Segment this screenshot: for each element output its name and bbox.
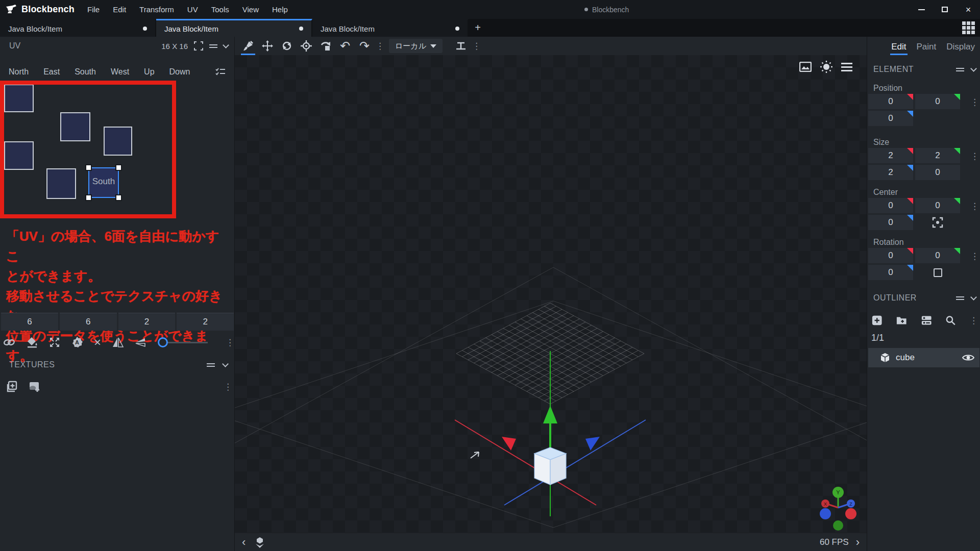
tab-paint[interactable]: Paint	[916, 40, 938, 54]
sun-icon[interactable]	[820, 60, 833, 73]
face-tab-down[interactable]: Down	[169, 67, 190, 77]
uv-opacity-slider[interactable]	[158, 337, 208, 347]
frame-select-icon[interactable]	[194, 41, 203, 51]
panel-collapse-icon[interactable]	[223, 42, 229, 48]
project-tab-2-active[interactable]: Java Block/Item	[156, 19, 312, 37]
flip-horizontal-icon[interactable]	[135, 337, 147, 348]
next-icon[interactable]: ›	[856, 536, 860, 549]
rotation-overflow-icon[interactable]: ⋮	[970, 251, 977, 262]
uv-canvas-size[interactable]: 16 X 16	[161, 42, 188, 51]
size-x-field[interactable]: 2	[868, 148, 913, 163]
outliner-options-icon[interactable]	[956, 296, 964, 300]
cube-mesh[interactable]	[534, 447, 566, 485]
prev-icon[interactable]: ‹	[242, 536, 246, 549]
menu-tools[interactable]: Tools	[206, 3, 235, 16]
center-overflow-icon[interactable]: ⋮	[970, 201, 977, 212]
element-collapse-icon[interactable]	[970, 65, 977, 72]
viewport-menu-icon[interactable]	[841, 63, 852, 71]
rescale-checkbox[interactable]	[915, 265, 960, 280]
face-tab-west[interactable]: West	[111, 67, 129, 77]
element-options-icon[interactable]	[956, 68, 964, 71]
transform-space-dropdown[interactable]: ローカル	[389, 39, 443, 53]
size-y-field[interactable]: 2	[915, 148, 960, 163]
uv-toolbar-overflow-icon[interactable]: ⋮	[226, 337, 233, 348]
add-folder-icon[interactable]	[896, 315, 907, 325]
center-y-field[interactable]: 0	[915, 198, 960, 213]
position-y-field[interactable]: 0	[915, 94, 960, 109]
search-icon[interactable]	[945, 315, 956, 326]
rotate-selection-tool-button[interactable]	[317, 38, 334, 54]
center-focus-button[interactable]	[915, 215, 960, 230]
menu-transform[interactable]: Transform	[134, 3, 180, 16]
outliner-item-cube[interactable]: cube	[868, 348, 979, 367]
menu-edit[interactable]: Edit	[107, 3, 132, 16]
face-tab-south[interactable]: South	[75, 67, 96, 77]
project-tab-3[interactable]: Java Block/Item	[312, 19, 469, 37]
slider-knob[interactable]	[158, 337, 168, 347]
center-x-field[interactable]: 0	[868, 198, 913, 213]
add-cube-icon[interactable]	[871, 314, 883, 327]
nav-y-negative[interactable]	[833, 520, 843, 531]
menu-uv[interactable]: UV	[182, 3, 204, 16]
position-overflow-icon[interactable]: ⋮	[970, 97, 977, 108]
expand-icon[interactable]	[49, 337, 60, 348]
app-grid-icon[interactable]	[962, 21, 975, 34]
face-tab-north[interactable]: North	[9, 67, 29, 77]
close-button[interactable]: ×	[957, 0, 980, 19]
flip-vertical-icon[interactable]	[112, 337, 124, 348]
tab-display[interactable]: Display	[945, 40, 976, 54]
nav-gizmo[interactable]: Y X Z	[815, 485, 862, 532]
mirror-painting-button[interactable]	[453, 38, 469, 54]
image-icon[interactable]	[799, 62, 812, 72]
y-gizmo-arrow[interactable]	[543, 406, 557, 423]
face-tab-up[interactable]: Up	[144, 67, 154, 77]
auto-uv-icon[interactable]: A	[71, 336, 83, 348]
size-z-field[interactable]: 2	[868, 165, 913, 180]
rotation-x-field[interactable]: 0	[868, 248, 913, 263]
maximize-button[interactable]	[933, 0, 957, 19]
uv-input-width[interactable]: 2	[118, 313, 176, 331]
rotation-z-field[interactable]: 0	[868, 265, 913, 280]
checklist-icon[interactable]	[215, 67, 226, 77]
uv-canvas[interactable]: South	[0, 81, 176, 218]
pivot-tool-button[interactable]	[298, 38, 314, 54]
minimize-button[interactable]	[910, 0, 933, 19]
size-extra-field[interactable]: 0	[915, 165, 960, 180]
undo-button[interactable]: ↶	[337, 38, 353, 54]
tab-edit[interactable]: Edit	[890, 40, 907, 54]
nav-z-negative[interactable]	[820, 508, 831, 519]
menu-help[interactable]: Help	[266, 3, 293, 16]
textures-options-icon[interactable]	[207, 363, 215, 367]
project-tab-1[interactable]: Java Block/Item	[0, 19, 156, 37]
eye-icon[interactable]	[962, 353, 974, 362]
close-icon[interactable]: ×	[94, 335, 101, 349]
size-overflow-icon[interactable]: ⋮	[970, 151, 977, 162]
outliner-collapse-icon[interactable]	[970, 294, 977, 300]
position-x-field[interactable]: 0	[868, 94, 913, 109]
textures-collapse-icon[interactable]	[222, 361, 229, 367]
import-image-icon[interactable]	[29, 381, 41, 392]
slider-track[interactable]	[168, 342, 208, 343]
viewport-3d[interactable]: Y X Z	[235, 55, 867, 533]
face-tab-east[interactable]: East	[43, 67, 60, 77]
redo-button[interactable]: ↷	[356, 38, 373, 54]
uv-input-y[interactable]: 6	[60, 313, 117, 331]
position-z-field[interactable]: 0	[868, 111, 913, 126]
new-tab-button[interactable]: +	[469, 19, 487, 37]
menu-file[interactable]: File	[82, 3, 105, 16]
panel-options-icon[interactable]	[209, 44, 217, 48]
outliner-overflow-icon[interactable]: ⋮	[969, 315, 976, 326]
rotation-y-field[interactable]: 0	[915, 248, 960, 263]
rotate-tool-button[interactable]	[279, 38, 295, 54]
x-gizmo-cone[interactable]	[502, 437, 516, 450]
move-tool-button[interactable]	[259, 38, 276, 54]
uv-input-x[interactable]: 6	[1, 313, 58, 331]
fill-bucket-icon[interactable]	[26, 336, 38, 348]
toolbar-overflow-icon-2[interactable]: ⋮	[472, 41, 479, 52]
uv-input-height[interactable]: 2	[177, 313, 234, 331]
link-icon[interactable]	[3, 337, 15, 348]
layers-cube-icon[interactable]	[254, 536, 266, 548]
add-texture-icon[interactable]	[5, 381, 17, 393]
outliner-toggles-icon[interactable]	[921, 315, 932, 326]
nav-x-negative[interactable]	[845, 508, 856, 519]
